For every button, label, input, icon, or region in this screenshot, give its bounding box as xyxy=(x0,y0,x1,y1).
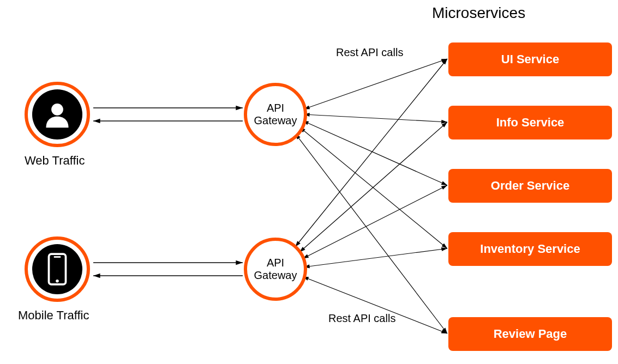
gateway-2-line2: Gateway xyxy=(254,269,297,282)
svg-line-4 xyxy=(304,59,447,109)
svg-line-7 xyxy=(300,128,447,248)
client-mobile-label: Mobile Traffic xyxy=(18,308,89,323)
annotation-top: Rest API calls xyxy=(336,46,403,59)
gateway-2-line1: API xyxy=(267,257,284,269)
service-review: Review Page xyxy=(448,317,612,351)
service-inventory: Inventory Service xyxy=(448,232,612,266)
annotation-bottom: Rest API calls xyxy=(328,312,395,325)
service-info: Info Service xyxy=(448,106,612,139)
phone-icon xyxy=(46,252,68,286)
svg-line-6 xyxy=(303,121,447,185)
service-review-label: Review Page xyxy=(494,327,567,341)
api-gateway-2: API Gateway xyxy=(244,238,307,301)
service-order: Order Service xyxy=(448,169,612,203)
gateway-1-line1: API xyxy=(267,102,284,114)
client-mobile xyxy=(25,236,90,302)
svg-point-17 xyxy=(56,280,59,283)
svg-point-14 xyxy=(51,104,63,116)
service-order-label: Order Service xyxy=(491,179,569,193)
svg-line-12 xyxy=(304,248,447,267)
client-web-label: Web Traffic xyxy=(25,154,85,168)
service-ui: UI Service xyxy=(448,43,612,76)
svg-line-13 xyxy=(303,277,447,333)
user-icon xyxy=(41,99,73,130)
svg-line-10 xyxy=(300,122,447,252)
svg-line-8 xyxy=(296,134,447,333)
api-gateway-1: API Gateway xyxy=(244,83,307,146)
service-info-label: Info Service xyxy=(496,116,565,130)
diagram-title: Microservices xyxy=(432,4,525,22)
svg-line-9 xyxy=(296,59,447,246)
svg-line-11 xyxy=(303,185,447,258)
client-web xyxy=(25,82,90,147)
service-inventory-label: Inventory Service xyxy=(480,242,580,256)
service-ui-label: UI Service xyxy=(501,52,559,66)
gateway-1-line2: Gateway xyxy=(254,114,297,127)
svg-line-5 xyxy=(304,114,447,122)
